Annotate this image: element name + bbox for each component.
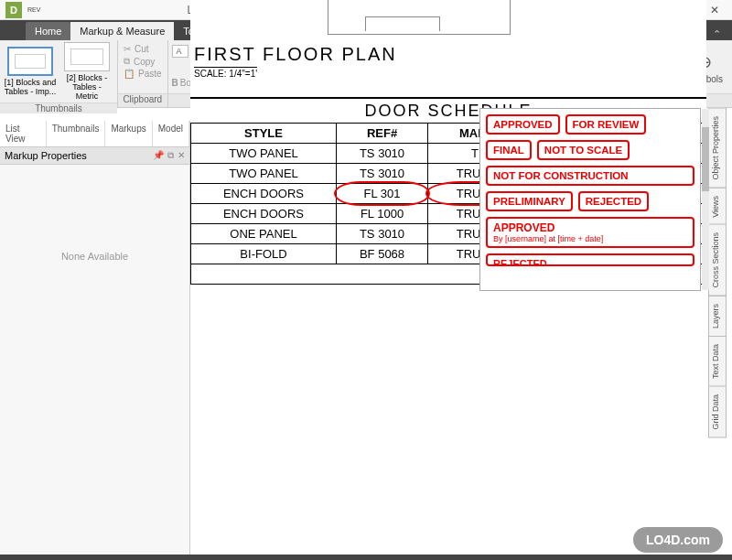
stamp-approved[interactable]: APPROVED [486,114,560,135]
watermark: LO4D.com [633,527,723,553]
sidetab-cross-sections[interactable]: Cross Sections [708,224,727,296]
table-cell: TS 3010 [336,144,427,164]
tab-markup-measure[interactable]: Markup & Measure [70,22,174,40]
scissors-icon: ✂ [124,44,131,54]
left-panel: List View Thumbnails Markups Model Marku… [0,121,190,555]
table-cell: TWO PANEL [191,144,337,164]
stamps-dropdown: APPROVED FOR REVIEW FINAL NOT TO SCALE N… [479,108,701,291]
drawing-title: FIRST FLOOR PLAN [194,44,706,65]
thumbnail-1[interactable]: [1] Blocks and Tables - Imp... [4,47,57,96]
font-dropdown[interactable]: A [172,45,188,58]
cut-button[interactable]: ✂Cut [124,44,149,54]
group-label: Thumbnails [0,102,117,113]
revision-cloud [334,181,430,206]
side-tabs: Object Properties Views Cross Sections L… [708,108,727,436]
scrollbar[interactable] [702,109,709,290]
table-cell: ENCH DOORS [191,204,337,224]
table-cell: TS 3010 [336,224,427,244]
panel-close-icon[interactable]: ✕ [178,150,185,161]
table-cell: FL 301 [336,184,427,204]
tab-home[interactable]: Home [26,22,70,40]
paste-icon: 📋 [124,69,135,79]
table-cell: ENCH DOORS [191,184,337,204]
stamp-final[interactable]: FINAL [486,140,532,160]
table-cell: BF 5068 [336,244,427,264]
table-cell: BI-FOLD [191,244,337,264]
panel-empty-text: None Available [0,165,189,348]
lp-tab-listview[interactable]: List View [0,121,47,146]
sidetab-layers[interactable]: Layers [708,296,727,337]
table-cell: ONE PANEL [191,224,337,244]
sidetab-grid-data[interactable]: Grid Data [708,386,727,438]
group-label: Clipboard [118,93,167,107]
paste-button[interactable]: 📋Paste [124,69,162,79]
group-clipboard: ✂Cut ⧉Copy 📋Paste Clipboard [118,40,168,107]
col-style: STYLE [191,124,337,144]
sidetab-views[interactable]: Views [708,188,727,226]
stamp-rejected[interactable]: REJECTED [578,191,649,211]
copy-icon: ⧉ [124,56,130,67]
panel-pin-icon[interactable]: 📌 [153,150,164,161]
stamp-approved-by[interactable]: APPROVED By [username] at [time + date] [486,217,694,248]
lp-tab-thumbnails[interactable]: Thumbnails [47,121,106,146]
plan-sketch [328,0,511,35]
table-cell: TWO PANEL [191,164,337,184]
panel-title: Markup Properties [5,150,87,161]
stamp-not-for-construction[interactable]: NOT FOR CONSTRUCTION [486,166,694,186]
sidetab-object-properties[interactable]: Object Properties [708,108,727,188]
copy-button[interactable]: ⧉Copy [124,56,155,67]
app-icon: D [5,2,22,18]
lp-tab-markups[interactable]: Markups [105,121,152,146]
stamp-for-review[interactable]: FOR REVIEW [565,114,647,135]
ribbon-collapse-icon[interactable]: ⌃ [703,28,732,40]
drawing-scale: SCALE: 1/4"=1' [194,67,257,79]
app-subtext: REV [27,6,40,13]
stamp-rejected-by[interactable]: REJECTED [486,253,694,266]
status-bar [0,555,732,560]
thumbnail-2[interactable]: [2] Blocks - Tables - Metric [60,42,113,101]
sidetab-text-data[interactable]: Text Data [708,336,727,387]
panel-popup-icon[interactable]: ⧉ [167,150,174,161]
table-cell: FL 1000 [336,204,427,224]
close-button[interactable]: ✕ [710,4,719,16]
stamp-not-to-scale[interactable]: NOT TO SCALE [537,140,630,160]
group-thumbnails: [1] Blocks and Tables - Imp... [2] Block… [0,40,118,107]
lp-tab-model[interactable]: Model [153,121,189,146]
table-cell: TS 3010 [336,164,427,184]
col-ref: REF# [336,124,427,144]
stamp-preliminary[interactable]: PRELIMINARY [486,191,573,211]
